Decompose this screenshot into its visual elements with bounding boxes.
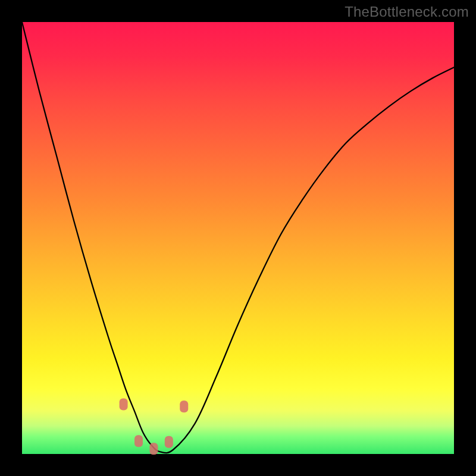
chart-svg (0, 0, 476, 476)
bottleneck-curve (22, 22, 454, 453)
marker-point-0 (120, 399, 128, 411)
chart-frame: TheBottleneck.com (0, 0, 476, 476)
marker-point-2 (149, 443, 158, 455)
marker-point-4 (180, 400, 188, 412)
marker-point-1 (134, 435, 143, 447)
curve-layer (22, 22, 454, 453)
marker-point-3 (165, 436, 173, 448)
